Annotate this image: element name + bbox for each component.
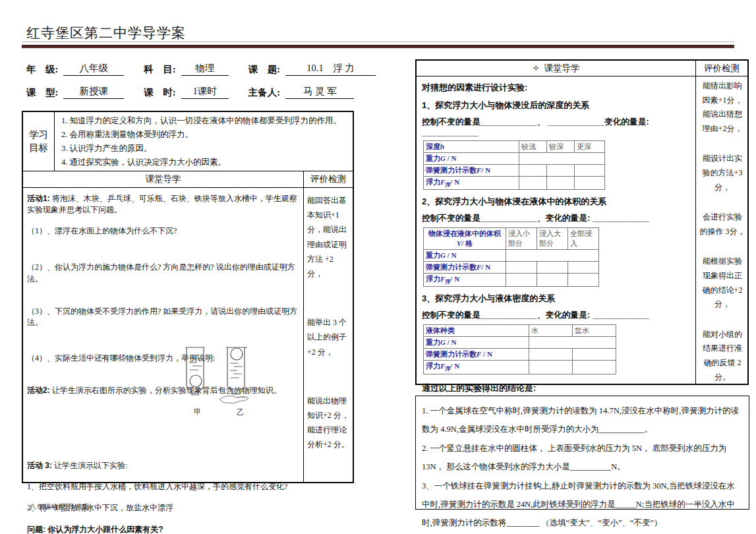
activity3-label: 活动 3:: [27, 461, 52, 470]
left-table-header: 课堂导学 评价检测: [23, 171, 353, 188]
row-label-cell: 液体种类: [424, 325, 529, 337]
table-row: 弹簧测力计示数F/ N: [424, 165, 605, 177]
activity1-text: 将泡沫、木块、乒乓球、可乐瓶、石块、铁块等放入水槽中，学生观察实验现象并思考以下…: [27, 194, 297, 214]
empty-cell: [547, 177, 575, 190]
column-header-cell: 较深: [547, 141, 575, 153]
figure-label-yi: 乙: [237, 407, 244, 418]
empty-cell: [573, 349, 616, 361]
meta-type: 课 型: 新授课: [26, 85, 124, 99]
table-row: 重力G / N: [424, 153, 605, 165]
grade-value: 八年级: [63, 62, 124, 76]
empty-cell: [519, 177, 547, 190]
period-label: 课 时:: [144, 86, 175, 99]
eval-note: 能回答出基本知识+1分，能说出理由或证明方法 +2 分，: [307, 193, 351, 281]
empty-cell: [537, 262, 568, 274]
grade-label: 年 级:: [26, 63, 58, 76]
period-value: 1课时: [181, 85, 229, 99]
meta-subject: 科 目: 物理: [144, 62, 228, 76]
left-guide-header: 课堂导学: [23, 171, 304, 187]
column-header-cell: 盐水: [573, 325, 616, 337]
right-eval-content: 能猜出影响因素+1分，能说出猜想理由+2分，能设计出实验的方法+3 分，会进行实…: [696, 76, 747, 384]
control-line: 控制不变的量是____________、变化的量是: ____________: [422, 310, 690, 321]
goal-item: 4. 通过探究实验，认识决定浮力大小的因素。: [61, 156, 347, 169]
right-panel-table: ✧ 课堂导学 评价检测 对猜想的因素进行设计实验: 1、探究浮力大小与物体浸没后…: [415, 59, 749, 385]
meta-topic: 课 题: 10.1 浮 力: [248, 62, 376, 76]
empty-cell: [575, 165, 605, 177]
right-eval-header: 评价检测: [696, 61, 747, 76]
experiment-table: 物体浸在液体中的体积V/ 格浸入小部分浸入大部分全部浸入重力G / N弹簧测力计…: [423, 227, 599, 287]
row-label-cell: 重力G / N: [424, 250, 506, 262]
column-header-cell: 更深: [575, 141, 605, 153]
meta-grade: 年 级: 八年级: [26, 62, 124, 76]
table-row: 浮力F浮/ N: [424, 177, 605, 190]
table-row: 重力G / N: [424, 337, 616, 349]
section-heading: 3、探究浮力大小与液体密度的关系: [422, 293, 690, 305]
subject-value: 物理: [181, 62, 229, 76]
meta-row-2: 课 型: 新授课 课 时: 1课时 主备人: 马 灵 军: [26, 85, 354, 99]
author-label: 主备人:: [248, 86, 280, 99]
key-question: 问题: 你认为浮力大小跟什么因素有关?: [27, 524, 299, 534]
goal-item: 3. 认识浮力产生的原因。: [61, 142, 347, 156]
empty-cell: [547, 165, 575, 177]
row-label-cell: 深度h: [424, 141, 519, 153]
table-row: 浮力F浮/ N: [424, 274, 599, 287]
eval-note: 能根据实验现象得出正确的结论+2 分，: [699, 254, 745, 311]
left-eval-content: 能回答出基本知识+1分，能说出理由或证明方法 +2 分，能举出 3 个以上的例子…: [304, 188, 353, 482]
left-table-body: 活动1: 将泡沫、木块、乒乓球、可乐瓶、石块、铁块等放入水槽中，学生观察实验现象…: [23, 188, 353, 482]
practice-problems-box: 1. 一个金属球在空气中称时,弹簧测力计的读数为 14.7N,浸没在水中称时,弹…: [415, 396, 749, 510]
left-eval-header: 评价检测: [304, 171, 353, 187]
problem-item: 3、一个铁球挂在弹簧测力计挂钩上,静止时弹簧测力计的示数为 30N,当把铁球浸没…: [422, 477, 743, 532]
row-label-cell: 重力G / N: [424, 337, 529, 349]
question-2: （2）、你认为浮力的施力物体是什么? 方向是怎样的? 说出你的理由或证明方法。: [27, 262, 299, 285]
meta-period: 课 时: 1课时: [144, 85, 228, 99]
row-label-cell: 浮力F浮/ N: [424, 274, 506, 287]
eval-note: 能设计出实验的方法+3 分，: [699, 152, 745, 194]
experiment-table: 液体种类水盐水重力G / N弹簧测力计示数F / N浮力F浮/ N: [423, 324, 616, 374]
column-header-cell: 浸入大部分: [537, 228, 568, 250]
empty-cell: [568, 274, 599, 287]
right-guide-header: ✧ 课堂导学: [417, 61, 696, 76]
diamond-icon: ✧: [532, 63, 539, 73]
right-table-header: ✧ 课堂导学 评价检测: [417, 61, 747, 76]
table-row: 弹簧测力计示数F / N: [424, 349, 616, 361]
right-table-body: 对猜想的因素进行设计实验: 1、探究浮力大小与物体浸没后的深度的关系控制不变的量…: [417, 76, 747, 384]
row-label-cell: 弹簧测力计示数F/ N: [424, 262, 506, 274]
question-1: （1）、漂浮在水面上的物体为什么不下沉?: [27, 225, 299, 237]
right-guide-content: 对猜想的因素进行设计实验: 1、探究浮力大小与物体浸没后的深度的关系控制不变的量…: [417, 76, 696, 384]
left-panel-table: 学习目标 1. 知道浮力的定义和方向，认识一切浸在液体中的物体都要受到浮力的作用…: [22, 111, 354, 483]
type-label: 课 型:: [26, 86, 58, 99]
activity3-text: 让学生演示以下实验:: [52, 461, 127, 470]
left-guide-content: 活动1: 将泡沫、木块、乒乓球、可乐瓶、石块、铁块等放入水槽中，学生观察实验现象…: [23, 188, 304, 482]
empty-cell: [537, 274, 568, 287]
learning-goals-title: 学习目标: [23, 112, 55, 171]
eval-note: 能说出物理知识+2 分，能进行理论分析+2 分。: [307, 394, 351, 452]
table-row: 重力G / N: [424, 250, 599, 262]
learning-goals-row: 学习目标 1. 知道浮力的定义和方向，认识一切浸在液体中的物体都要受到浮力的作用…: [23, 112, 353, 171]
empty-cell: [506, 262, 537, 274]
figure-label-jia: 甲: [194, 407, 201, 418]
empty-cell: [575, 177, 605, 190]
question-3: （3）、下沉的物体受不受浮力的作用? 如果受浮力，请说出你的理由或证明方法。: [27, 306, 299, 329]
goal-item: 2. 会用称重法测量物体受到的浮力。: [61, 128, 347, 142]
eval-note: 能猜出影响因素+1分，能说出猜想理由+2分，: [699, 79, 745, 136]
row-label-cell: 浮力F浮/ N: [424, 177, 519, 190]
meta-author: 主备人: 马 灵 军: [248, 85, 354, 99]
empty-cell: [519, 165, 547, 177]
table-row: 浮力F浮/ N: [424, 361, 616, 374]
type-value: 新授课: [63, 85, 124, 99]
row-label-cell: 重力G / N: [424, 153, 519, 165]
table-header-row: 液体种类水盐水: [424, 325, 616, 337]
tubes-illustration-svg: [176, 345, 262, 405]
conclusion-prompt: 通过以上的实验得出的结论是:: [422, 382, 690, 394]
problem-item: 1. 一个金属球在空气中称时,弹簧测力计的读数为 14.7N,浸没在水中称时,弹…: [422, 401, 743, 438]
empty-cell: [529, 337, 616, 349]
row-label-cell: 弹簧测力计示数F/ N: [424, 165, 519, 177]
empty-cell: [529, 349, 573, 361]
activity3: 活动 3: 让学生演示以下实验:: [27, 460, 299, 471]
row-label-cell: 弹簧测力计示数F / N: [424, 349, 529, 361]
table-row: 弹簧测力计示数F/ N: [424, 262, 599, 274]
section-heading: 1、探究浮力大小与物体浸没后的深度的关系: [422, 100, 690, 111]
page-title: 红寺堡区第二中学导学案: [26, 24, 186, 42]
topic-label: 课 题:: [248, 63, 280, 76]
activity1-label: 活动1:: [27, 194, 50, 203]
